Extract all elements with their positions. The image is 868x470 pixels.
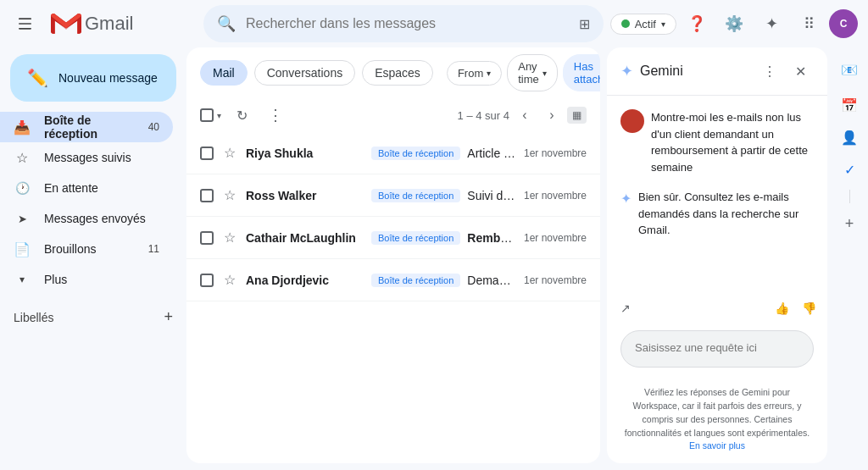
svg-rect-0 [19, 18, 31, 19]
next-page-button[interactable]: › [540, 103, 564, 127]
star-icon[interactable]: ☆ [224, 229, 236, 246]
email-list-header: ▾ ↻ ⋮ 1 – 4 sur 4 ‹ › ▦ [186, 98, 600, 132]
tab-conversations[interactable]: Conversations [254, 60, 356, 86]
ai-response-text: Bien sûr. Consultez les e-mails demandés… [638, 189, 814, 239]
select-dropdown-icon[interactable]: ▾ [217, 111, 221, 120]
email-row[interactable]: ☆ Ana Djordjevic Boîte de réception Dema… [186, 259, 600, 301]
sidebar-item-more[interactable]: ▾ Plus [0, 264, 173, 295]
search-bar[interactable]: 🔍 ⊞ [203, 5, 604, 42]
menu-icon[interactable] [10, 7, 44, 41]
gemini-title: Gemini [640, 64, 749, 79]
email-row[interactable]: ☆ Cathair McLaughlin Boîte de réception … [186, 217, 600, 259]
snoozed-label: En attente [44, 181, 159, 195]
sender-name: Ross Walker [246, 189, 364, 202]
gemini-header: ✦ Gemini ⋮ ✕ [607, 47, 827, 96]
tab-espaces[interactable]: Espaces [362, 60, 433, 86]
gemini-close-btn[interactable]: ✕ [787, 58, 814, 85]
ai-message: ✦ Bien sûr. Consultez les e-mails demand… [620, 189, 814, 239]
email-toolbar: Mail Conversations Espaces From ▾ Any ti… [186, 47, 600, 98]
starred-label: Messages suivis [44, 151, 159, 164]
sidebar-item-drafts[interactable]: 📄 Brouillons 11 [0, 234, 173, 264]
email-subject: Suivi de la demande de rembour... [467, 189, 517, 202]
search-icon: 🔍 [217, 14, 236, 33]
topbar-left: Gmail [10, 7, 197, 41]
learn-more-link[interactable]: En savoir plus [689, 440, 745, 451]
select-all-area[interactable]: ▾ [200, 108, 221, 122]
star-icon[interactable]: ☆ [224, 272, 236, 288]
sent-icon: ➤ [14, 213, 31, 225]
email-tag: Boîte de réception [371, 147, 460, 160]
email-row[interactable]: ☆ Ross Walker Boîte de réception Suivi d… [186, 174, 600, 217]
drafts-icon: 📄 [14, 241, 31, 257]
avatar[interactable]: C [829, 9, 858, 38]
email-checkbox[interactable] [200, 189, 214, 202]
gmail-logo: Gmail [51, 12, 133, 36]
mail-tab-icon[interactable]: 📧 [834, 54, 865, 85]
email-checkbox[interactable] [200, 147, 214, 160]
inbox-label: Boîte de réception [44, 113, 135, 141]
star-nav-icon: ☆ [14, 150, 31, 166]
more-options-button[interactable]: ⋮ [262, 102, 289, 129]
pagination-text: 1 – 4 sur 4 [458, 109, 509, 122]
tab-mail[interactable]: Mail [200, 60, 248, 86]
any-time-chevron: ▾ [542, 69, 547, 78]
thumbs-up-icon[interactable]: 👍 [770, 296, 793, 320]
search-filter-icon[interactable]: ⊞ [579, 16, 590, 32]
compose-label: Nouveau message [58, 71, 158, 85]
contacts-tab-icon[interactable]: 👤 [834, 122, 865, 152]
email-subject: Demande de remboursement su... [467, 274, 517, 287]
select-all-checkbox[interactable] [200, 108, 214, 122]
sidebar-item-sent[interactable]: ➤ Messages envoyés [0, 203, 173, 234]
email-checkbox[interactable] [200, 274, 214, 287]
snoozed-icon: 🕐 [14, 181, 31, 195]
star-icon[interactable]: ☆ [224, 145, 236, 161]
email-date: 1er novembre [524, 232, 587, 244]
email-tag: Boîte de réception [371, 189, 460, 202]
sidebar-item-inbox[interactable]: 📥 Boîte de réception 40 [0, 112, 173, 142]
share-feedback-icon[interactable]: ↗ [614, 296, 637, 320]
apps-icon: ⠿ [804, 14, 815, 33]
topbar-right: Actif ▾ ❓ ⚙️ ✦ ⠿ C [610, 7, 858, 41]
filter-has-attachment[interactable]: Has attachment [563, 54, 600, 91]
more-icon: ▾ [14, 274, 31, 285]
star-icon[interactable]: ☆ [224, 187, 236, 203]
email-row[interactable]: ☆ Riya Shukla Boîte de réception Article… [186, 132, 600, 174]
gemini-input[interactable] [620, 330, 814, 368]
email-date: 1er novembre [524, 274, 587, 286]
sidebar-item-snoozed[interactable]: 🕐 En attente [0, 173, 173, 203]
filter-any-time[interactable]: Any time ▾ [507, 54, 558, 91]
filter-from[interactable]: From ▾ [447, 61, 502, 86]
active-status-badge[interactable]: Actif ▾ [610, 14, 676, 35]
email-date: 1er novembre [524, 190, 587, 202]
email-checkbox[interactable] [200, 231, 214, 245]
ai-sparkle-icon: ✦ [620, 191, 632, 207]
settings-icon-btn[interactable]: ⚙️ [717, 7, 751, 41]
labels-section: Libellés + [0, 295, 186, 333]
help-icon: ❓ [687, 14, 706, 33]
gemini-more-btn[interactable]: ⋮ [756, 58, 783, 85]
gear-icon: ⚙️ [725, 14, 743, 33]
refresh-button[interactable]: ↻ [228, 102, 255, 129]
gemini-sparkle-icon: ✦ [620, 62, 633, 80]
search-input[interactable] [246, 16, 569, 31]
gemini-actions: ⋮ ✕ [756, 58, 814, 85]
any-time-label: Any time [518, 60, 539, 86]
email-subject: Article défectueux commandé #... [467, 147, 517, 160]
user-message: Montre-moi les e-mails non lus d'un clie… [620, 109, 814, 175]
sent-label: Messages envoyés [44, 212, 159, 225]
gemini-sparkle-btn[interactable]: ✦ [754, 7, 788, 41]
tasks-tab-icon[interactable]: ✓ [834, 154, 865, 185]
sidebar-item-starred[interactable]: ☆ Messages suivis [0, 142, 173, 173]
help-icon-btn[interactable]: ❓ [680, 7, 714, 41]
compose-button[interactable]: ✏️ Nouveau message [10, 54, 176, 102]
inbox-icon: 📥 [14, 119, 31, 135]
prev-page-button[interactable]: ‹ [513, 103, 537, 127]
add-tab-icon[interactable]: + [834, 208, 865, 239]
view-toggle-button[interactable]: ▦ [567, 107, 587, 124]
thumbs-down-icon[interactable]: 👎 [797, 296, 821, 320]
svg-rect-1 [19, 23, 31, 25]
apps-icon-btn[interactable]: ⠿ [792, 7, 826, 41]
add-label-icon[interactable]: + [164, 308, 173, 326]
calendar-tab-icon[interactable]: 📅 [834, 90, 865, 120]
svg-rect-2 [19, 28, 31, 30]
